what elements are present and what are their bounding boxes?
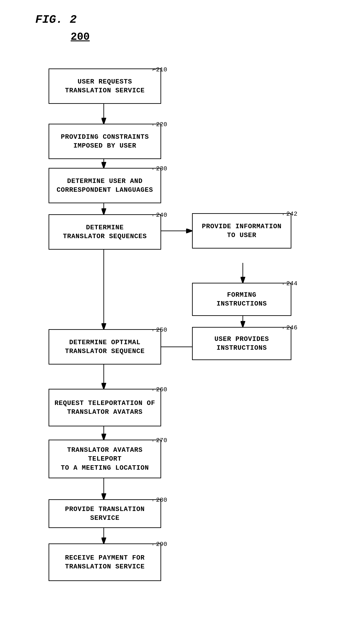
page: FIG. 2 200 USER REQUEST bbox=[0, 0, 364, 640]
box-210: USER REQUESTS TRANSLATION SERVICE bbox=[48, 69, 161, 104]
box-210-line1: USER REQUESTS bbox=[78, 77, 132, 86]
box-244-line2: INSTRUCTIONS bbox=[216, 299, 267, 308]
box-246-line2: INSTRUCTIONS bbox=[216, 344, 267, 353]
ref-230: ⌐230 bbox=[152, 165, 167, 172]
box-210-line2: TRANSLATION SERVICE bbox=[65, 86, 144, 95]
ref-290: ⌐290 bbox=[152, 541, 167, 548]
box-244-line1: FORMING bbox=[227, 290, 256, 299]
ref-260: ⌐260 bbox=[152, 386, 167, 393]
box-230-line1: DETERMINE USER AND bbox=[67, 177, 142, 186]
box-240-line2: TRANSLATOR SEQUENCES bbox=[63, 232, 147, 241]
box-270-line1: TRANSLATOR AVATARS TELEPORT bbox=[53, 446, 156, 463]
box-246: USER PROVIDES INSTRUCTIONS bbox=[192, 327, 292, 360]
box-260: REQUEST TELEPORTATION OF TRANSLATOR AVAT… bbox=[48, 389, 161, 426]
box-242: PROVIDE INFORMATION TO USER bbox=[192, 213, 292, 248]
box-220-line1: PROVIDING CONSTRAINTS bbox=[61, 133, 149, 142]
box-240-line1: DETERMINE bbox=[86, 223, 124, 232]
ref-246: ⌐246 bbox=[282, 324, 297, 331]
box-250-line1: DETERMINE OPTIMAL bbox=[69, 338, 140, 347]
box-250: DETERMINE OPTIMAL TRANSLATOR SEQUENCE bbox=[48, 329, 161, 365]
ref-210: ⌐210 bbox=[152, 66, 167, 73]
ref-220: ⌐220 bbox=[152, 121, 167, 128]
box-250-line2: TRANSLATOR SEQUENCE bbox=[65, 347, 144, 356]
ref-242: ⌐242 bbox=[282, 210, 297, 217]
box-246-line1: USER PROVIDES bbox=[214, 335, 269, 344]
box-230-line2: CORRESPONDENT LANGUAGES bbox=[56, 186, 153, 195]
box-240: DETERMINE TRANSLATOR SEQUENCES bbox=[48, 214, 161, 250]
box-260-line1: REQUEST TELEPORTATION OF bbox=[54, 399, 155, 408]
box-290-line2: TRANSLATION SERVICE bbox=[65, 562, 144, 571]
box-270: TRANSLATOR AVATARS TELEPORT TO A MEETING… bbox=[48, 440, 161, 478]
ref-280: ⌐280 bbox=[152, 497, 167, 503]
ref-250: ⌐250 bbox=[152, 327, 167, 333]
box-290: RECEIVE PAYMENT FOR TRANSLATION SERVICE bbox=[48, 543, 161, 581]
fig-title: FIG. 2 bbox=[35, 13, 76, 26]
box-260-line2: TRANSLATOR AVATARS bbox=[67, 408, 142, 417]
fig-number: 200 bbox=[71, 31, 90, 43]
box-244: FORMING INSTRUCTIONS bbox=[192, 283, 292, 316]
box-280-line1: PROVIDE TRANSLATION SERVICE bbox=[53, 505, 156, 523]
ref-270: ⌐270 bbox=[152, 437, 167, 444]
ref-240: ⌐240 bbox=[152, 212, 167, 218]
box-220-line2: IMPOSED BY USER bbox=[73, 141, 136, 150]
box-280: PROVIDE TRANSLATION SERVICE bbox=[48, 499, 161, 528]
box-220: PROVIDING CONSTRAINTS IMPOSED BY USER bbox=[48, 124, 161, 159]
box-290-line1: RECEIVE PAYMENT FOR bbox=[65, 553, 144, 562]
box-270-line2: TO A MEETING LOCATION bbox=[61, 463, 149, 473]
box-242-line1: PROVIDE INFORMATION bbox=[202, 222, 282, 231]
ref-244: ⌐244 bbox=[282, 280, 297, 287]
box-242-line2: TO USER bbox=[227, 231, 256, 240]
box-230: DETERMINE USER AND CORRESPONDENT LANGUAG… bbox=[48, 168, 161, 203]
